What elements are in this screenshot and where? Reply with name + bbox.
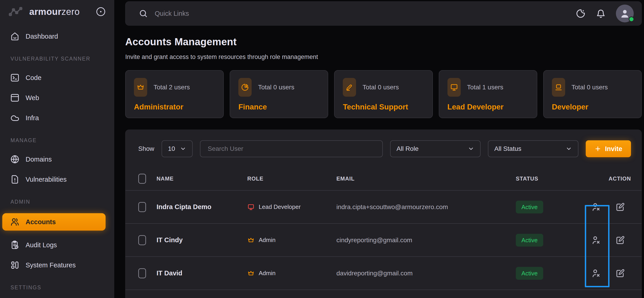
user-email: cindyreporting@gmail.com [336,236,516,244]
sidebar-item-label: Code [26,74,41,82]
sidebar-item-code[interactable]: Code [0,70,111,85]
role-card-administrator[interactable]: Total 2 users Administrator [125,70,224,118]
role-card-total: Total 2 users [154,84,190,91]
laptop-icon [552,78,565,97]
column-header-action: ACTION [584,176,631,182]
page-subtitle: Invite and grant access to system resour… [125,54,642,60]
role-card-finance[interactable]: Total 0 users Finance [230,70,328,118]
pie-chart-icon [238,78,252,97]
user-role: Admin [259,270,276,277]
globe-icon [10,154,20,164]
role-card-developer[interactable]: Total 0 users Developer [543,70,642,118]
edit-user-icon[interactable] [616,268,625,278]
sidebar-item-audit-logs[interactable]: Audit Logs [0,238,111,252]
invite-button-label: Invite [605,145,622,153]
invite-button[interactable]: Invite [586,140,631,157]
sidebar-item-accounts[interactable]: Accounts [2,213,106,230]
user-avatar[interactable] [616,4,634,22]
table-row: IT Cindy Admin cindyreporting@gmail.com … [126,223,642,256]
user-role: Lead Developer [259,204,301,210]
app-root: armourzero Dashboard VULNERABILITY SCANN… [0,0,644,298]
role-filter-select[interactable]: All Role [390,140,480,157]
sidebar-section-manage: MANAGE [0,137,111,144]
column-header-role: ROLE [247,176,336,182]
page-size-select[interactable]: 10 [162,140,193,157]
role-card-name: Finance [238,102,320,111]
sidebar-item-web[interactable]: Web [0,90,111,105]
users-icon [10,217,20,227]
table-header-row: NAME ROLE EMAIL STATUS ACTION [126,167,642,190]
cloud-icon [10,113,20,123]
role-card-technical-support[interactable]: Total 0 users Technical Support [334,70,432,118]
select-all-checkbox[interactable] [138,174,146,184]
users-panel: Show 10 All Role All Status Invite [125,130,642,298]
user-role: Admin [259,236,276,244]
remove-user-icon[interactable] [591,236,601,245]
browser-icon [10,93,20,102]
column-header-status: STATUS [516,176,584,182]
user-email: davidreporting@gmail.com [336,270,516,277]
sidebar-item-vulnerabilities[interactable]: Vulnerabilities [0,172,111,187]
sidebar-item-infra[interactable]: Infra [0,110,111,126]
table-row: IT David Admin davidreporting@gmail.com … [126,256,642,290]
online-status-dot [629,16,634,22]
row-checkbox[interactable] [138,235,146,245]
chevron-down-icon [180,146,186,152]
status-filter-value: All Status [494,145,521,152]
monitor-icon [247,204,254,211]
sidebar-item-label: Web [26,94,39,102]
role-card-total: Total 0 users [258,84,294,91]
sidebar-item-domains[interactable]: Domains [0,152,111,167]
user-name: IT Cindy [156,236,247,244]
sidebar-item-system-features[interactable]: System Features [0,258,111,273]
moon-icon[interactable] [576,8,586,18]
user-avatar-icon [619,8,630,19]
page-size-value: 10 [168,145,175,152]
status-badge: Active [516,201,543,214]
page-title: Accounts Management [125,36,642,48]
table-bottom-divider [126,290,642,291]
home-icon [10,32,20,41]
crown-icon [134,78,147,97]
remove-user-icon[interactable] [591,268,601,278]
status-badge: Active [516,234,543,246]
show-label: Show [138,145,154,152]
role-filter-value: All Role [396,145,418,152]
table-row: Indra Cipta Demo Lead Developer indra.ci… [126,190,642,223]
filter-row: Show 10 All Role All Status Invite [126,130,642,157]
pencil-line-icon [343,78,356,97]
role-cards: Total 2 users Administrator Total 0 user… [125,70,642,118]
terminal-square-icon [10,73,20,82]
search-input[interactable] [155,10,360,17]
sidebar-section-admin: ADMIN [0,199,111,205]
row-checkbox[interactable] [138,202,146,212]
sidebar-item-dashboard[interactable]: Dashboard [0,29,111,44]
main-content: Accounts Management Invite and grant acc… [114,0,644,298]
sidebar-toggle-icon[interactable] [96,6,106,17]
search-icon [139,9,148,18]
edit-user-icon[interactable] [616,202,625,212]
remove-user-icon[interactable] [591,202,601,212]
role-card-name: Administrator [134,102,215,111]
role-card-lead-developer[interactable]: Total 1 users Lead Developer [439,70,537,118]
role-card-name: Developer [552,102,633,111]
status-badge: Active [516,267,543,280]
user-email: indra.cipta+scouttwo@armourzero.com [336,204,516,211]
status-filter-select[interactable]: All Status [488,140,578,157]
quick-links-search [133,9,576,18]
sidebar-section-settings: SETTINGS [0,284,111,291]
sidebar: armourzero Dashboard VULNERABILITY SCANN… [0,0,114,298]
sidebar-item-label: Infra [26,114,39,122]
sidebar-item-label: Vulnerabilities [26,176,66,183]
sidebar-item-label: Domains [26,156,52,163]
sidebar-item-label: Dashboard [26,33,58,40]
topbar [125,1,642,26]
row-checkbox[interactable] [138,268,146,278]
search-user-input[interactable] [200,140,383,157]
brand-name-bold: armour [29,7,62,17]
file-warning-icon [10,174,20,184]
system-grid-icon [10,260,20,270]
bell-icon[interactable] [596,8,606,18]
edit-user-icon[interactable] [616,236,625,245]
sidebar-nav: Dashboard VULNERABILITY SCANNER Code Web [0,29,111,298]
